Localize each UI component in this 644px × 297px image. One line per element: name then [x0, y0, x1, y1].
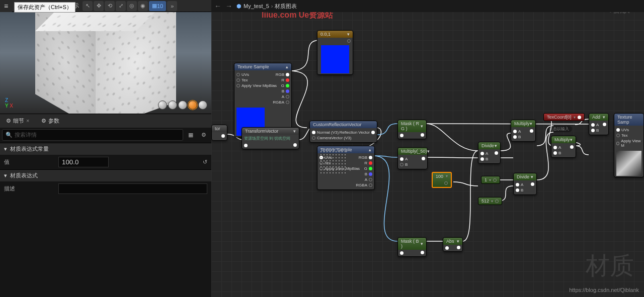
search-input[interactable]: 🔍 搜索详情	[2, 129, 183, 141]
node-texture-sample-3[interactable]: Texture Samp UVs Tex Apply View M	[614, 113, 644, 177]
node-texture-sample-1[interactable]: Texture Sample▴ UVsRGB TexR Apply View M…	[234, 63, 292, 137]
uv-hint[interactable]: 点击以输入	[546, 126, 572, 132]
nav-back[interactable]: ←	[214, 2, 221, 10]
node-abs[interactable]: Abs▾	[443, 237, 463, 252]
shape-sphere[interactable]	[168, 101, 177, 110]
preview-metal	[616, 151, 641, 176]
chevron[interactable]: »	[167, 1, 177, 11]
desc-label: 描述	[4, 185, 54, 192]
node-constant-1[interactable]: 1▾	[481, 176, 500, 184]
shape-plane[interactable]	[178, 101, 187, 110]
section-constant[interactable]: ▾ 材质表达式常量	[0, 143, 211, 155]
scale-tool[interactable]: ⤢	[116, 1, 126, 11]
node-add[interactable]: Add▾ A B	[589, 113, 609, 135]
shape-selector	[158, 101, 207, 110]
grid-view-icon[interactable]: ▦	[185, 130, 196, 141]
node-texture-sample-2[interactable]: Texture Sample▴ UVsRGB TexR Apply View M…	[317, 146, 375, 190]
shape-cube[interactable]	[188, 101, 197, 110]
node-divide-1[interactable]: Divide▾ A B	[478, 142, 501, 164]
axis-gizmo: ZY X	[5, 97, 13, 109]
preview-noise	[319, 147, 348, 175]
node-mask-rg[interactable]: Mask ( R G )▾	[397, 120, 427, 139]
watermark-url: https://blog.csdn.net/Qiblank	[569, 287, 639, 293]
breadcrumb[interactable]: ⬢ My_test_5 › 材质图表	[236, 3, 297, 10]
node-mask-b[interactable]: Mask ( B )▾	[397, 237, 427, 257]
panel-tabs: ⚙ 细节 × ⚙ 参数	[0, 114, 211, 128]
node-constant-512[interactable]: 512▾	[478, 197, 502, 205]
node-transform-vector[interactable]: TransformVector▾ 资源场景空间 到 切线空间	[242, 127, 299, 149]
menu-button[interactable]: ≡	[0, 0, 12, 12]
globe-tool[interactable]: ◉	[138, 1, 148, 11]
node-multiply-1[interactable]: Multiply▾ A B	[511, 120, 536, 142]
value-label: 值	[4, 158, 54, 166]
search-row: 🔍 搜索详情 ▦ ⚙	[0, 128, 211, 143]
value-input[interactable]	[58, 157, 109, 167]
tab-params[interactable]: ⚙ 参数	[35, 115, 65, 127]
node-divide-2[interactable]: Divide▾ A B	[513, 173, 537, 195]
rotate-tool[interactable]: ⟲	[105, 1, 115, 11]
node-constant-100[interactable]: 100▾	[432, 172, 452, 188]
tab-details[interactable]: ⚙ 细节 ×	[0, 115, 35, 127]
node-reflection-vector[interactable]: CustomReflectionVector Normal (V3)Reflec…	[309, 121, 377, 143]
prop-value-row: 值 ↺	[0, 155, 211, 169]
node-vector-cut[interactable]: tor	[211, 125, 227, 141]
left-panel: ≡ 保存此资产（Ctrl+S） 示 ↖ ✥ ⟲ ⤢ ◎ ◉ ▦ 10 » ZY …	[0, 0, 211, 297]
focus-tool[interactable]: ◎	[127, 1, 137, 11]
node-constant-001[interactable]: 0.0,1▾	[317, 30, 353, 75]
select-tool[interactable]: ↖	[83, 1, 93, 11]
preview-viewport[interactable]: ZY X	[0, 12, 211, 114]
graph-toolbar: ← → ⬢ My_test_5 › 材质图表	[211, 0, 644, 12]
shape-custom[interactable]	[198, 101, 207, 110]
node-multiply-50[interactable]: Multiply(_50)▾ A B	[397, 147, 428, 169]
nav-forward[interactable]: →	[225, 2, 232, 10]
watermark-big: 材质	[586, 250, 634, 282]
save-tooltip: 保存此资产（Ctrl+S）	[14, 2, 75, 13]
close-icon[interactable]: ×	[26, 118, 29, 124]
desc-input[interactable]	[58, 183, 207, 194]
move-tool[interactable]: ✥	[94, 1, 104, 11]
node-multiply-2[interactable]: Multiply▾ A B	[551, 136, 576, 158]
reset-icon[interactable]: ↺	[203, 159, 207, 165]
node-texcoord[interactable]: TexCoord[0]▾	[543, 113, 585, 121]
preview-blue	[321, 45, 349, 73]
graph-editor[interactable]: ← → ⬢ My_test_5 › 材质图表 缩放-3 liiue.com Ue…	[211, 0, 644, 297]
section-expression[interactable]: ▾ 材质表达式	[0, 169, 211, 181]
prop-desc-row: 描述	[0, 181, 211, 196]
settings-icon[interactable]: ⚙	[198, 130, 209, 141]
grid-toggle[interactable]: ▦ 10	[149, 1, 166, 11]
viewport-toolbar: ≡ 保存此资产（Ctrl+S） 示 ↖ ✥ ⟲ ⤢ ◎ ◉ ▦ 10 »	[0, 0, 211, 12]
shape-cylinder[interactable]	[158, 101, 167, 110]
